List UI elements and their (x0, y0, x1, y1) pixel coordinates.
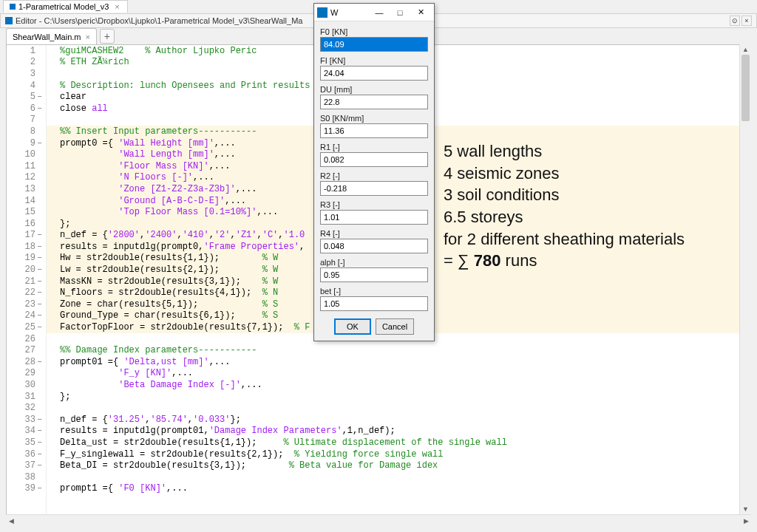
field-label: F0 [KN] (320, 27, 428, 36)
dialog-titlebar[interactable]: W — □ ✕ (314, 4, 434, 21)
line-number: 32 (7, 402, 46, 414)
code-line[interactable]: Beta_DI = str2double(results{3,1}); % Be… (47, 460, 741, 471)
field-input-bet[interactable] (320, 296, 428, 311)
code-line[interactable]: n_def = {'31.25','85.74','0.033'}; (47, 414, 741, 426)
dialog-close-button[interactable]: ✕ (410, 5, 431, 20)
line-number: 4 (7, 80, 46, 92)
cancel-button[interactable]: Cancel (376, 318, 414, 335)
editor-close-button[interactable]: × (741, 16, 752, 26)
line-number: 2 (7, 57, 46, 69)
field-input-f0[interactable] (320, 37, 428, 52)
outer-window-tab-label: 1-Parametrical Model_v3 (18, 2, 109, 11)
line-number: 28– (7, 356, 46, 368)
line-number: 34– (7, 426, 46, 437)
line-number: 33– (7, 414, 46, 426)
field-input-r3[interactable] (320, 210, 428, 225)
file-tab-close-icon[interactable]: × (86, 33, 90, 41)
dialog-title-text: W (330, 8, 369, 17)
code-line[interactable]: F_y_singlewall = str2double(results{2,1}… (47, 449, 741, 460)
scroll-right-arrow-icon[interactable]: ▶ (741, 515, 751, 526)
line-number: 21– (7, 276, 46, 287)
dialog-minimize-button[interactable]: — (369, 5, 390, 20)
field-label: FI [KN] (320, 56, 428, 65)
scroll-left-arrow-icon[interactable]: ◀ (6, 515, 16, 526)
line-number: 11 (7, 160, 46, 172)
line-number: 15 (7, 206, 46, 218)
line-number: 26 (7, 333, 46, 345)
ok-button[interactable]: OK (334, 318, 371, 335)
line-number: 25– (7, 321, 46, 333)
line-number: 10 (7, 149, 46, 160)
field-label: R4 [-] (320, 229, 428, 238)
line-number: 7 (7, 115, 46, 126)
line-number: 38 (7, 471, 46, 483)
line-number: 8 (7, 126, 46, 137)
editor-title-text: Editor - C:\Users\peric\Dropbox\Ljupko\1… (16, 16, 302, 25)
dialog-maximize-button[interactable]: □ (390, 5, 410, 20)
annotation-line: 4 seismic zones (444, 163, 685, 185)
line-number: 12 (7, 172, 46, 184)
line-number: 29 (7, 368, 46, 380)
scroll-up-arrow-icon[interactable]: ▲ (740, 44, 751, 55)
line-number: 5– (7, 91, 46, 103)
code-line[interactable]: Delta_ust = str2double(results{1,1}); % … (47, 437, 741, 449)
line-number: 39– (7, 483, 46, 495)
field-input-alph[interactable] (320, 267, 428, 282)
line-number: 23– (7, 299, 46, 310)
line-number: 24– (7, 310, 46, 322)
line-number: 35– (7, 437, 46, 449)
scroll-down-arrow-icon[interactable]: ▼ (740, 504, 751, 514)
field-input-r4[interactable] (320, 239, 428, 253)
field-label: DU [mm] (320, 85, 428, 94)
line-gutter: 12345–6–789–1011121314151617–18–19–20–21… (7, 45, 47, 525)
code-line[interactable]: 'F_y [KN]',... (47, 368, 741, 380)
field-label: alph [-] (320, 258, 428, 267)
line-number: 27 (7, 344, 46, 356)
field-label: R2 [-] (320, 171, 428, 180)
line-number: 9– (7, 137, 46, 149)
line-number: 16 (7, 218, 46, 230)
annotation-line: for 2 different sheathing materials (444, 228, 685, 250)
line-number: 14 (7, 195, 46, 207)
field-input-du[interactable] (320, 95, 428, 109)
dialog-button-row: OK Cancel (314, 314, 434, 341)
code-line[interactable] (47, 402, 741, 414)
line-number: 22– (7, 287, 46, 299)
line-number: 20– (7, 264, 46, 276)
code-line[interactable]: prompt1 ={ 'F0 [KN]',... (47, 483, 741, 495)
field-label: R3 [-] (320, 200, 428, 209)
code-line[interactable]: prompt01 ={ 'Delta,ust [mm]',... (47, 356, 741, 368)
vertical-scroll-thumb[interactable] (741, 55, 750, 121)
line-number: 17– (7, 230, 46, 242)
file-tab-shearwall[interactable]: ShearWall_Main.m × (6, 28, 97, 44)
vertical-scrollbar[interactable]: ▲ ▼ (739, 44, 751, 514)
field-input-fi[interactable] (320, 66, 428, 81)
outer-window-tab[interactable]: 1-Parametrical Model_v3 × (3, 0, 128, 13)
field-input-s0[interactable] (320, 123, 428, 138)
field-input-r2[interactable] (320, 181, 428, 196)
annotation-total: = ∑ 780 runs (444, 250, 685, 272)
code-line[interactable]: 'Beta Damage Index [-]',... (47, 379, 741, 391)
code-line[interactable]: }; (47, 391, 741, 403)
annotation-overlay: 5 wall lengths 4 seismic zones 3 soil co… (444, 140, 685, 272)
outer-window-tab-close[interactable]: × (115, 2, 119, 11)
field-input-r1[interactable] (320, 152, 428, 167)
annotation-line: 6.5 storeys (444, 206, 685, 228)
horizontal-scrollbar[interactable]: ◀ ▶ (6, 514, 751, 526)
line-number: 13 (7, 183, 46, 195)
editor-restore-button[interactable]: ⊙ (730, 16, 740, 26)
field-label: R1 [-] (320, 143, 428, 151)
field-label: S0 [KN/mm] (320, 114, 428, 123)
line-number: 36– (7, 449, 46, 460)
line-number: 37– (7, 460, 46, 471)
field-label: bet [-] (320, 287, 428, 296)
line-number: 18– (7, 241, 46, 253)
file-tab-label: ShearWall_Main.m (13, 33, 81, 41)
input-dialog: W — □ ✕ F0 [KN]FI [KN]DU [mm]S0 [KN/mm]R… (313, 3, 435, 341)
code-line[interactable]: %% Damage Index parameters----------- (47, 344, 741, 356)
code-line[interactable] (47, 471, 741, 483)
code-line[interactable]: results = inputdlg(prompt01,'Damage Inde… (47, 426, 741, 437)
line-number: 6– (7, 103, 46, 115)
new-tab-button[interactable]: + (100, 29, 115, 44)
line-number: 30 (7, 379, 46, 391)
